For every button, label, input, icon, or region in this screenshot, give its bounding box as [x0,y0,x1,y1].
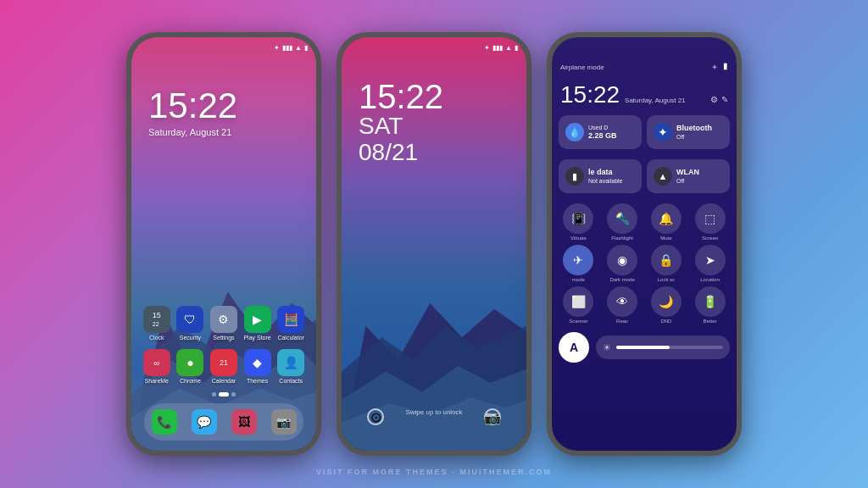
app-contacts[interactable]: 👤 Contacts [275,349,307,384]
cc-wlan-tile[interactable]: ▲ WLAN Off [647,159,730,193]
swipe-hint: Swipe up to unlock [405,408,462,416]
playstore-app-icon: ▶ [244,306,271,333]
cc-bluetooth-text: Bluetooth Off [676,124,712,141]
cc-airplane-icon: ✈ [563,245,593,275]
app-row-2: ∞ ShareMe ● Chrome 21 Calendar ◆ Themes … [140,349,308,384]
phone-2: ✦ ▮▮▮ ▲ ▮ 15:22 SAT 08/21 ⊙ Swipe up to … [337,32,531,456]
wifi-icon-1: ▲ [295,44,302,52]
cc-bottom-bar: A ☀ [552,327,737,368]
dock-phone[interactable]: 📞 [152,409,177,435]
phone-3: Airplane mode ＋ ▮ 15:22 Saturday, August… [547,32,742,456]
chrome-app-icon: ● [176,349,203,376]
security-app-icon: 🛡 [176,306,203,333]
app-settings[interactable]: ⚙ Settings [208,306,240,341]
phone-3-screen: Airplane mode ＋ ▮ 15:22 Saturday, August… [552,37,737,451]
cc-battery-saver-icon: 🔋 [695,286,726,317]
cc-plus-icon: ＋ [710,61,719,73]
app-clock[interactable]: 1522 Clock [141,306,173,341]
cc-header: Airplane mode ＋ ▮ [552,37,737,78]
cc-battery-saver-label: Better [704,319,717,324]
cc-brightness-icon: ☀ [603,342,611,353]
battery-icon-1: ▮ [304,44,308,52]
cc-dnd-icon: 🌙 [651,286,682,317]
cc-scanner-icon: ⬜ [563,286,593,317]
cc-screen-label: Screen [702,236,718,241]
cc-bluetooth-status: Off [676,134,684,140]
cc-alpha-button[interactable]: A [559,332,589,363]
airplane-mode-label: Airplane mode [560,64,710,71]
cc-data-label: Used D [588,125,608,130]
cc-clock: 15:22 [560,81,620,108]
dock-camera[interactable]: 📷 [271,409,297,435]
cc-tiles-row-2: ▮ le data Not available ▲ WLAN Off [552,156,737,197]
dot-2 [219,392,229,396]
cc-edit-icon[interactable]: ✎ [721,95,728,104]
app-shareme[interactable]: ∞ ShareMe [141,349,173,384]
phone2-day: SAT [359,114,443,140]
cc-wlan-label: WLAN [676,168,699,178]
cc-mute-btn[interactable]: 🔔 Mute [647,203,687,241]
cc-mute-label: Mute [660,236,671,241]
app-chrome[interactable]: ● Chrome [174,349,206,384]
cc-lock-icon: 🔒 [651,245,682,275]
cc-location-btn[interactable]: ➤ Location [690,245,730,282]
lock-screen-time: 15:22 Saturday, August 21 [148,88,237,137]
cc-settings-icon[interactable]: ⚙ [710,95,718,104]
themes-app-icon: ◆ [244,349,271,376]
cc-flashlight-label: Flashlight [611,236,633,241]
cc-reader-btn[interactable]: 👁 Reac [603,286,643,324]
app-security[interactable]: 🛡 Security [174,306,206,341]
cc-scanner-btn[interactable]: ⬜ Scanner [559,286,598,324]
cc-mobile-data-tile[interactable]: ▮ le data Not available [559,159,642,193]
battery-icon-2: ▮ [515,44,518,52]
app-grid: 1522 Clock 🛡 Security ⚙ Settings ▶ Play … [140,306,308,400]
cc-data-tile[interactable]: 💧 Used D 2.28 GB [559,115,642,149]
clock-app-icon: 1522 [143,306,170,333]
cc-darkmode-label: Dark mode [609,277,634,282]
phone2-left-icon[interactable]: ⊙ [367,408,384,425]
phone2-date: 08/21 [359,140,443,166]
contacts-app-icon: 👤 [277,349,304,376]
app-playstore[interactable]: ▶ Play Store [242,306,274,341]
clock-app-label: Clock [149,335,164,341]
clock-display: 15:22 [148,88,237,124]
cc-bluetooth-tile[interactable]: ✦ Bluetooth Off [647,115,730,149]
cc-battery-saver-btn[interactable]: 🔋 Better [690,286,730,324]
cc-mobile-label: le data [588,168,622,178]
phone2-time-display: 15:22 SAT 08/21 [359,80,443,166]
app-calculator[interactable]: 🧮 Calculator [275,306,307,341]
cc-brightness-slider[interactable]: ☀ [596,336,730,359]
calendar-app-label: Calendar [212,378,236,384]
dock-messages[interactable]: 💬 [192,409,217,435]
phone2-right-icon[interactable]: 📷 [484,408,501,425]
bluetooth-icon-2: ✦ [484,44,490,52]
cc-dnd-btn[interactable]: 🌙 DND [647,286,687,324]
swipe-hint-group: Swipe up to unlock [405,408,462,425]
cc-brightness-track [616,346,723,349]
cc-scanner-label: Scanner [569,319,587,324]
app-calendar[interactable]: 21 Calendar [208,349,240,384]
cc-airplane-btn[interactable]: ✈ mode [559,245,598,282]
themes-app-label: Themes [247,378,268,384]
settings-app-label: Settings [213,335,234,341]
cc-data-icon: 💧 [565,123,584,141]
cc-data-value: 2.28 GB [588,131,617,141]
cc-mobile-status: Not available [588,178,622,184]
cc-mute-icon: 🔔 [651,203,682,234]
shareme-app-label: ShareMe [145,378,169,384]
control-center: Airplane mode ＋ ▮ 15:22 Saturday, August… [552,37,737,451]
date-display: Saturday, August 21 [148,127,237,137]
cc-darkmode-btn[interactable]: ◉ Dark mode [603,245,643,282]
cc-screen-btn[interactable]: ⬚ Screen [690,203,730,241]
phone2-bottom-icons: ⊙ Swipe up to unlock 📷 [342,408,526,425]
shareme-app-icon: ∞ [143,349,170,376]
cc-lockscreen-btn[interactable]: 🔒 Lock sc [647,245,687,282]
cc-eye-icon: 👁 [607,286,637,317]
app-themes[interactable]: ◆ Themes [242,349,274,384]
cc-mobile-data-icon: ▮ [565,167,584,186]
bluetooth-icon-1: ✦ [274,44,280,52]
cc-vibrate-btn[interactable]: 📳 Vibrate [559,203,598,241]
cc-flashlight-btn[interactable]: 🔦 Flashlight [603,203,643,241]
dock-gallery[interactable]: 🖼 [231,409,257,435]
cc-flashlight-icon: 🔦 [607,203,637,234]
